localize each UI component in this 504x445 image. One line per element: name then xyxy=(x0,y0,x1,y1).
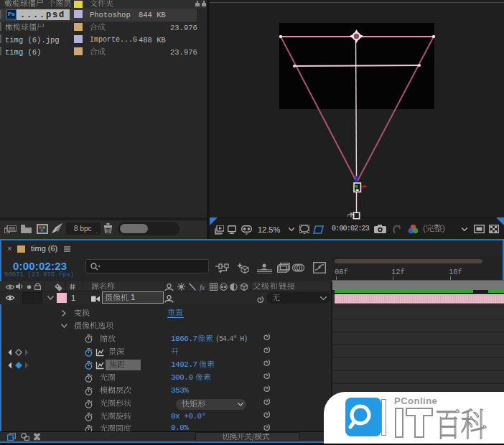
svg-text:fx: fx xyxy=(200,284,205,291)
